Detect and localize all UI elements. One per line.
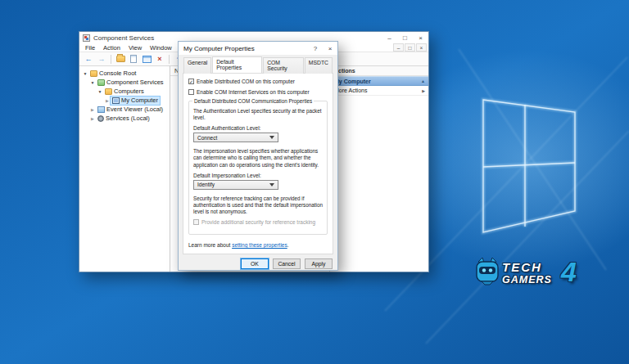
ok-button[interactable]: OK [241,258,269,269]
tab-default-properties[interactable]: Default Properties [212,56,262,73]
default-authentication-label: Default Authentication Level: [193,125,323,131]
dialog-help-button[interactable]: ? [308,42,323,55]
default-impersonation-label: Default Impersonation Level: [193,173,323,178]
dropdown-arrow-icon [269,136,274,139]
enable-dcom-checkbox-row[interactable]: ✓ Enable Distributed COM on this compute… [188,79,328,84]
child-restore-button[interactable]: □ [405,43,415,52]
setting-these-properties-link[interactable]: setting these properties [232,242,287,248]
child-minimize-button[interactable]: – [393,43,404,52]
enable-dcom-label: Enable Distributed COM on this computer [197,79,295,84]
tech4gamers-watermark: TECH GAMERS 4 [475,257,577,288]
check-icon: ✓ [189,79,193,84]
actions-pane-title: Actions [330,66,428,76]
tree-item-event-viewer[interactable]: ▶ Event Viewer (Local) [79,105,170,114]
collapsed-chevron-icon[interactable]: ▶ [89,116,96,121]
cancel-button[interactable]: Cancel [273,258,301,269]
tree-item-services[interactable]: ▶ Services (Local) [79,114,170,123]
toolbar-separator [111,55,111,64]
up-folder-icon[interactable] [115,54,126,65]
actions-section-label: My Computer [334,79,371,84]
close-button[interactable]: × [413,32,428,43]
dropdown-arrow-icon [269,183,274,186]
checkbox-checked[interactable]: ✓ [188,79,194,84]
window-title: Component Services [93,34,154,42]
impersonation-description: The impersonation level specifies whethe… [193,148,323,169]
tree-item-computers[interactable]: ▼ Computers [79,87,170,96]
menu-file[interactable]: File [81,44,99,52]
tree-item-my-computer[interactable]: ▶ My Computer [79,96,170,105]
desktop: Component Services – □ × File Action Vie… [0,0,629,364]
expanded-chevron-icon[interactable]: ▼ [97,89,103,94]
watermark-four-text: 4 [561,256,577,288]
tab-msdtc[interactable]: MSDTC [305,57,333,74]
checkbox-disabled [193,219,199,225]
reference-tracking-checkbox-row: Provide additional security for referenc… [193,219,323,225]
actions-pane: Actions My Computer ▲ More Actions ▶ [330,66,428,272]
dialog-title-bar[interactable]: My Computer Properties ? × [179,42,337,55]
component-services-icon [97,79,105,86]
reference-tracking-description: Security for reference tracking can be p… [193,195,323,216]
more-actions-arrow-icon: ▶ [422,88,425,93]
expanded-chevron-icon[interactable]: ▼ [89,80,96,85]
tab-com-security[interactable]: COM Security [263,57,304,74]
expanded-chevron-icon[interactable]: ▼ [82,71,88,76]
learn-more-prefix: Learn more about [188,242,232,248]
enable-cis-checkbox-row[interactable]: Enable COM Internet Services on this com… [188,89,328,95]
tree-item-console-root[interactable]: ▼ Console Root [79,69,170,78]
forward-icon[interactable]: → [96,54,107,65]
tree-label: Services (Local) [106,115,150,122]
event-viewer-icon [97,106,105,113]
dialog-title: My Computer Properties [183,45,255,52]
authentication-description: The Authentication Level specifies secur… [193,108,323,121]
more-actions-label: More Actions [334,88,367,93]
dialog-close-button[interactable]: × [323,42,337,55]
maximize-button[interactable]: □ [397,32,413,43]
enable-cis-label: Enable COM Internet Services on this com… [197,89,310,95]
authentication-level-dropdown[interactable]: Connect [193,133,278,142]
group-title: Default Distributed COM Communication Pr… [192,98,314,104]
checkbox-unchecked[interactable] [188,89,194,95]
tree-label: My Computer [121,97,158,104]
reference-tracking-label: Provide additional security for referenc… [201,219,315,225]
more-actions-item[interactable]: More Actions ▶ [330,86,428,96]
apply-button[interactable]: Apply [305,258,333,269]
my-computer-properties-dialog: My Computer Properties ? × General Defau… [178,41,338,271]
actions-section-my-computer[interactable]: My Computer ▲ [330,76,428,86]
dialog-button-row: OK Cancel Apply [183,254,333,273]
toolbar-separator [169,55,170,64]
collapsed-chevron-icon[interactable]: ▶ [104,98,111,103]
tree-item-component-services[interactable]: ▼ Component Services [79,78,170,87]
default-properties-tab-page: ✓ Enable Distributed COM on this compute… [183,73,333,254]
services-gear-icon [97,115,104,122]
tree-label: Computers [114,88,144,95]
tab-general[interactable]: General [183,57,211,74]
back-icon[interactable]: ← [83,54,94,65]
folder-icon [105,88,112,95]
authentication-level-value: Connect [197,135,217,141]
menu-view[interactable]: View [124,44,146,52]
collapse-icon[interactable]: ▲ [421,79,425,83]
console-tree-pane: ▼ Console Root ▼ Component Services ▼ Co… [79,66,170,272]
menu-window[interactable]: Window [146,44,176,52]
tech4gamers-mascot-icon [475,257,500,288]
export-list-icon[interactable] [128,54,139,65]
dcom-communication-properties-group: Default Distributed COM Communication Pr… [188,101,328,235]
impersonation-level-value: Identify [197,182,215,187]
tree-label: Event Viewer (Local) [106,106,163,113]
mmc-app-icon [83,34,90,42]
impersonation-level-dropdown[interactable]: Identify [193,180,278,190]
tree-label: Component Services [106,79,164,86]
child-close-button[interactable]: × [416,43,427,52]
learn-more-text: Learn more about setting these propertie… [188,242,289,248]
computer-icon [112,97,120,104]
tab-strip: General Default Properties COM Security … [183,57,333,74]
delete-icon[interactable]: × [154,54,165,65]
watermark-tech-text: TECH [502,260,552,274]
menu-action[interactable]: Action [99,44,124,52]
collapsed-chevron-icon[interactable]: ▶ [89,107,96,112]
minimize-button[interactable]: – [382,32,397,43]
folder-icon [90,70,97,77]
watermark-gamers-text: GAMERS [502,274,552,285]
console-tree-icon[interactable] [141,54,152,65]
learn-more-suffix: . [287,242,289,248]
